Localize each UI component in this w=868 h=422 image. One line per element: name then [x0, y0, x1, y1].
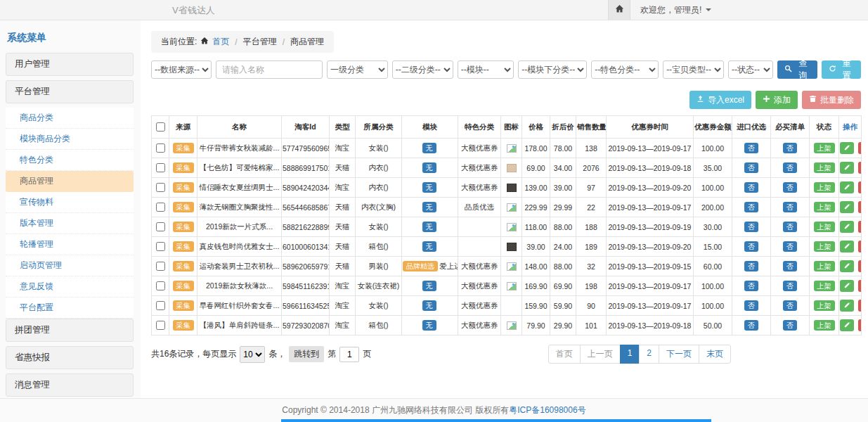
reset-button[interactable]: 重置: [822, 60, 862, 79]
status-badge[interactable]: 上架: [814, 222, 835, 233]
row-checkbox[interactable]: [156, 203, 165, 212]
must-buy-badge[interactable]: 否: [783, 222, 797, 233]
sidebar-item[interactable]: 用户管理: [6, 53, 134, 76]
level1-category-select[interactable]: 一级分类: [327, 60, 388, 79]
status-badge[interactable]: 上架: [814, 281, 835, 292]
import-excel-button[interactable]: 导入excel: [689, 91, 751, 109]
must-buy-badge[interactable]: 否: [783, 202, 797, 213]
name-search-input[interactable]: [216, 60, 323, 79]
sidebar-item[interactable]: 版本管理: [6, 213, 134, 234]
sidebar-item[interactable]: 模块商品分类: [6, 129, 134, 150]
row-checkbox[interactable]: [156, 301, 165, 310]
status-select[interactable]: --状态--: [728, 60, 773, 79]
sidebar-item[interactable]: 消息管理: [6, 373, 134, 397]
edit-button[interactable]: [840, 181, 854, 193]
must-buy-badge[interactable]: 否: [783, 300, 797, 312]
must-buy-badge[interactable]: 否: [783, 162, 797, 174]
row-checkbox[interactable]: [156, 262, 165, 271]
delete-button[interactable]: [858, 181, 862, 193]
sidebar-item[interactable]: 宣传物料: [6, 192, 134, 213]
import-select-badge[interactable]: 否: [744, 222, 758, 233]
row-checkbox[interactable]: [156, 242, 165, 251]
sidebar-item[interactable]: 平台管理: [6, 80, 134, 103]
sidebar-item[interactable]: 平台配置: [6, 298, 134, 319]
status-badge[interactable]: 上架: [814, 202, 835, 213]
item-type-select[interactable]: --宝贝类型--: [663, 60, 724, 79]
jump-to-button[interactable]: 跳转到: [289, 346, 324, 362]
must-buy-badge[interactable]: 否: [783, 281, 797, 292]
row-checkbox[interactable]: [156, 143, 165, 153]
must-buy-badge[interactable]: 否: [783, 261, 797, 272]
status-badge[interactable]: 上架: [814, 261, 835, 272]
page-button[interactable]: 1: [620, 345, 640, 364]
add-button[interactable]: 添加: [756, 91, 798, 109]
sidebar-item[interactable]: 启动页管理: [6, 255, 134, 276]
sidebar-item[interactable]: 省惠快报: [6, 346, 134, 369]
sidebar-item[interactable]: 特色分类: [6, 150, 134, 171]
edit-button[interactable]: [840, 221, 854, 233]
delete-button[interactable]: [858, 300, 862, 312]
row-checkbox[interactable]: [156, 281, 165, 290]
breadcrumb-home-link[interactable]: 首页: [212, 36, 229, 48]
page-button[interactable]: 上一页: [580, 345, 621, 364]
sidebar-item[interactable]: 意见反馈: [6, 276, 134, 298]
import-select-badge[interactable]: 否: [744, 300, 758, 312]
home-button[interactable]: [608, 0, 630, 20]
delete-button[interactable]: [858, 319, 862, 331]
delete-button[interactable]: [858, 260, 862, 272]
row-checkbox[interactable]: [156, 163, 165, 172]
import-select-badge[interactable]: 否: [744, 261, 758, 272]
import-select-badge[interactable]: 否: [744, 281, 758, 292]
status-badge[interactable]: 上架: [814, 300, 835, 312]
status-badge[interactable]: 上架: [814, 182, 835, 193]
page-button[interactable]: 2: [639, 345, 659, 364]
sidebar-item[interactable]: 商品分类: [6, 108, 134, 129]
sidebar-item[interactable]: 商品管理: [6, 171, 134, 192]
must-buy-badge[interactable]: 否: [783, 241, 797, 252]
import-select-badge[interactable]: 否: [744, 143, 758, 154]
status-badge[interactable]: 上架: [814, 143, 835, 154]
import-select-badge[interactable]: 否: [744, 202, 758, 213]
batch-delete-button[interactable]: 批量删除: [802, 91, 861, 109]
import-select-badge[interactable]: 否: [744, 182, 758, 193]
delete-button[interactable]: [858, 201, 862, 213]
user-menu[interactable]: 欢迎您，管理员!: [640, 4, 711, 16]
status-badge[interactable]: 上架: [814, 162, 835, 174]
edit-button[interactable]: [840, 241, 854, 252]
delete-button[interactable]: [858, 162, 862, 174]
page-button[interactable]: 末页: [699, 345, 731, 364]
edit-button[interactable]: [840, 142, 854, 154]
sidebar-item[interactable]: 拼团管理: [6, 319, 134, 342]
edit-button[interactable]: [840, 201, 854, 213]
module-sub-category-select[interactable]: --模块下分类--: [518, 60, 587, 79]
status-badge[interactable]: 上架: [814, 241, 835, 252]
delete-button[interactable]: [858, 142, 862, 154]
row-checkbox[interactable]: [156, 222, 165, 231]
delete-button[interactable]: [858, 241, 862, 252]
page-number-input[interactable]: [339, 347, 359, 362]
edit-button[interactable]: [840, 260, 854, 272]
status-badge[interactable]: 上架: [814, 320, 835, 331]
page-button[interactable]: 首页: [548, 345, 581, 364]
must-buy-badge[interactable]: 否: [783, 320, 797, 331]
edit-button[interactable]: [840, 162, 854, 174]
query-button[interactable]: 查询: [777, 60, 817, 79]
import-select-badge[interactable]: 否: [744, 320, 758, 331]
row-checkbox[interactable]: [156, 183, 165, 192]
icp-link[interactable]: 粤ICP备16098006号: [509, 404, 585, 416]
must-buy-badge[interactable]: 否: [783, 182, 797, 193]
row-checkbox[interactable]: [156, 321, 165, 330]
level2-category-select[interactable]: --二级分类--: [392, 60, 453, 79]
edit-button[interactable]: [840, 300, 854, 312]
page-button[interactable]: 下一页: [659, 345, 699, 364]
per-page-select[interactable]: 10: [240, 346, 265, 363]
feature-category-select[interactable]: --特色分类--: [591, 60, 659, 79]
select-all-checkbox[interactable]: [156, 122, 165, 132]
delete-button[interactable]: [858, 221, 862, 233]
import-select-badge[interactable]: 否: [744, 162, 758, 174]
module-select[interactable]: --模块--: [458, 60, 514, 79]
edit-button[interactable]: [840, 280, 854, 292]
delete-button[interactable]: [858, 280, 862, 292]
must-buy-badge[interactable]: 否: [783, 143, 797, 154]
import-select-badge[interactable]: 否: [744, 241, 758, 252]
